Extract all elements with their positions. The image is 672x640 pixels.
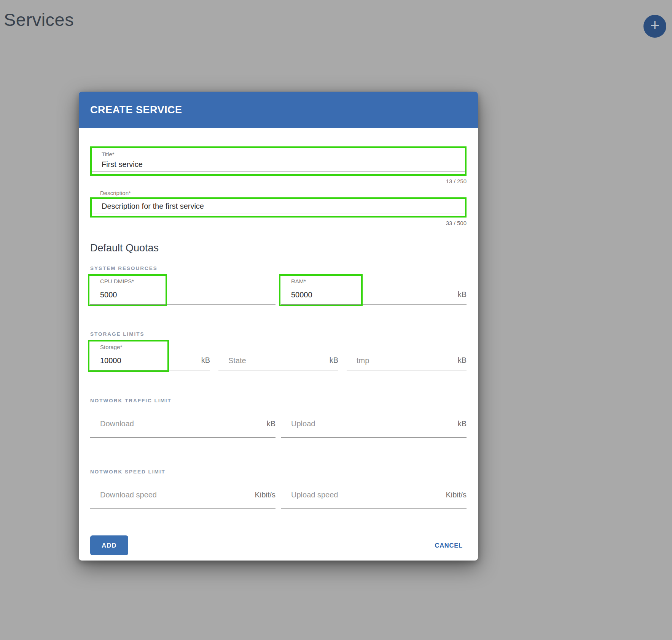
storage-limits-section-label: STORAGE LIMITS [90, 331, 467, 337]
download-speed-field[interactable]: Kibit/s [90, 478, 275, 509]
system-resources-row: CPU DMIPS* RAM* kB [90, 275, 467, 305]
storage-field[interactable]: Storage* kB [90, 341, 210, 370]
ram-label: RAM* [291, 278, 306, 284]
title-char-counter: 13 / 250 [90, 178, 467, 184]
dialog-actions: ADD CANCEL [90, 535, 467, 555]
ram-input[interactable] [291, 291, 393, 299]
upload-traffic-field[interactable]: kB [281, 407, 467, 438]
upload-speed-unit-label: Kibit/s [446, 491, 467, 499]
storage-input[interactable] [100, 356, 166, 365]
download-traffic-input[interactable] [100, 419, 211, 428]
upload-traffic-input[interactable] [291, 419, 402, 428]
title-field-label: Title* [102, 151, 465, 157]
description-char-counter: 33 / 500 [90, 220, 467, 226]
upload-speed-field[interactable]: Kibit/s [281, 478, 467, 509]
tmp-unit-label: kB [458, 356, 467, 365]
description-field-label: Description* [100, 190, 467, 196]
create-service-dialog: CREATE SERVICE Title* 13 / 250 Descripti… [79, 92, 478, 561]
title-field[interactable]: Title* [92, 148, 465, 174]
title-field-highlight: Title* [90, 146, 467, 176]
add-button[interactable]: ADD [90, 535, 128, 555]
download-traffic-unit-label: kB [267, 419, 275, 428]
cancel-button[interactable]: CANCEL [435, 542, 467, 549]
add-service-fab[interactable]: + [643, 15, 666, 38]
dialog-body: Title* 13 / 250 Description* 33 / 500 De… [79, 146, 478, 561]
dialog-title: CREATE SERVICE [90, 104, 182, 116]
description-field[interactable] [92, 199, 465, 216]
storage-unit-label: kB [201, 356, 210, 365]
ram-field[interactable]: RAM* kB [281, 275, 467, 305]
network-speed-row: Kibit/s Kibit/s [90, 478, 467, 509]
state-unit-label: kB [330, 356, 338, 365]
network-traffic-row: kB kB [90, 407, 467, 438]
tmp-input[interactable] [357, 356, 422, 365]
page-title: Services [4, 9, 74, 30]
download-traffic-field[interactable]: kB [90, 407, 275, 438]
plus-icon: + [650, 17, 660, 33]
default-quotas-heading: Default Quotas [90, 242, 467, 254]
dialog-header: CREATE SERVICE [79, 92, 478, 128]
tmp-field[interactable]: kB [347, 341, 467, 370]
download-speed-unit-label: Kibit/s [255, 491, 275, 499]
upload-speed-input[interactable] [291, 491, 402, 499]
upload-traffic-unit-label: kB [458, 419, 467, 428]
description-input[interactable] [102, 202, 451, 211]
cpu-dmips-label: CPU DMIPS* [100, 278, 134, 284]
state-input[interactable] [228, 356, 294, 365]
description-field-highlight [90, 197, 467, 218]
title-input[interactable] [102, 160, 451, 169]
cpu-dmips-field[interactable]: CPU DMIPS* [90, 275, 275, 305]
storage-limits-row: Storage* kB kB kB [90, 341, 467, 370]
state-field[interactable]: kB [218, 341, 338, 370]
network-traffic-section-label: NOTWORK TRAFFIC LIMIT [90, 398, 467, 403]
storage-label: Storage* [100, 344, 122, 350]
download-speed-input[interactable] [100, 491, 211, 499]
network-speed-section-label: NOTWORK SPEED LIMIT [90, 469, 467, 475]
system-resources-section-label: SYSTEM RESOURCES [90, 265, 467, 271]
ram-unit-label: kB [458, 290, 467, 299]
cpu-dmips-input[interactable] [100, 291, 202, 299]
